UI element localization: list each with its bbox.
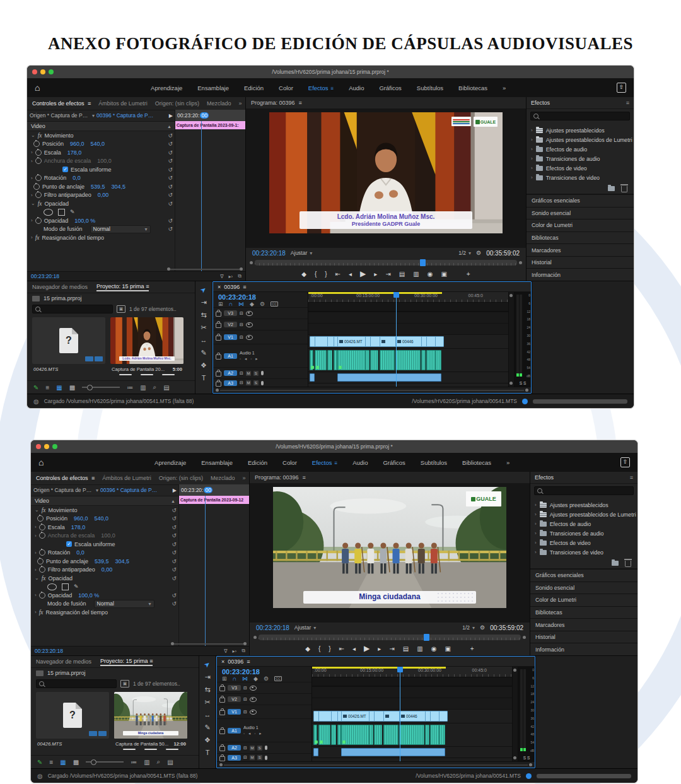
track-target-a1[interactable]: A1 [224,353,237,359]
lock-icon[interactable] [216,372,221,377]
snap-icon[interactable]: ∩ [233,676,236,682]
mini-playhead[interactable] [205,496,206,647]
timeline-playhead[interactable] [396,292,397,387]
mini-timeline-scrollbar[interactable] [167,267,243,271]
slip-tool-icon[interactable]: ↔ [201,337,207,344]
workspace-tab-color[interactable]: Color [275,459,305,466]
audio-clip[interactable] [399,725,424,745]
audio-clip[interactable] [365,350,370,370]
settings-wrench-icon[interactable]: ⚙ [480,624,485,631]
scroll-handle-right[interactable] [519,261,522,264]
list-view-icon[interactable]: ≡ [49,759,53,766]
param-value[interactable]: 540,0 [95,515,109,522]
blend-mode-select[interactable]: Normal▾ [90,225,151,233]
timeline-ruler[interactable]: :00:0000:15:00:0000:30:00:0000:45:0 [308,292,508,303]
panel-tab-mezclado[interactable]: Mezclado [211,475,235,481]
video-clip[interactable] [380,336,397,347]
workspace-tab-efectos[interactable]: Efectos≡ [305,459,345,466]
tab-bibliotecas[interactable]: Bibliotecas [527,231,634,244]
audio-clip[interactable] [380,350,395,370]
workspace-tab-subtitulos[interactable]: Subtítulos [413,459,455,466]
media-item-capture[interactable]: Minga ciudadana Captura de Pantalla 50..… [114,692,187,755]
step-forward-icon[interactable]: ▸ [378,645,381,652]
audio-clip[interactable] [310,350,314,370]
track-output-icon[interactable] [246,335,253,340]
go-to-out-icon[interactable]: ⇥ [385,271,390,278]
panel-tabs-overflow[interactable]: » [242,475,245,481]
lock-icon[interactable] [219,686,225,691]
go-to-in-icon[interactable]: ⇤ [339,645,344,652]
type-tool-icon[interactable]: T [202,375,206,382]
bin-icon[interactable]: ▣ [120,680,129,687]
solo-button[interactable]: S [257,755,262,760]
new-bin-icon[interactable] [612,561,619,566]
chevron-right-icon[interactable]: › [535,521,537,527]
collapse-icon[interactable]: ▲ [171,499,175,503]
chevron-right-icon[interactable]: › [531,127,533,133]
source-patch-icon[interactable]: ⊟ [243,755,247,760]
media-item-offline[interactable]: ? 00426.MTS [32,317,105,380]
effects-bin-efectos-de-video[interactable]: ›Efectos de video [530,538,637,547]
twirl-icon[interactable]: › [31,192,33,198]
track-lane-v1[interactable]: 00426.MT00446 [312,709,512,723]
track-lane-a2[interactable] [308,372,508,383]
timeline-tab[interactable]: × 00396 ≡ [217,657,535,667]
tab-marcadores[interactable]: Marcadores [530,618,637,631]
track-output-icon[interactable] [246,311,253,316]
play-icon[interactable]: ▶ [360,269,366,278]
track-target-v1[interactable]: V1 [228,709,241,715]
fit-select[interactable]: Ajustar▾ [294,624,316,631]
reset-icon[interactable]: ↺ [172,549,177,556]
solo-buttons[interactable]: S S [515,381,531,385]
solo-button[interactable]: S [253,380,259,385]
project-search-input[interactable] [32,305,113,313]
param-value[interactable]: 304,5 [112,184,126,190]
project-search-input[interactable] [36,679,117,688]
audio-clip[interactable] [421,350,426,370]
chevron-right-icon[interactable]: › [531,156,533,161]
tab-historial[interactable]: Historial [530,631,637,643]
audio-clip[interactable] [313,725,318,745]
voiceover-mic-icon[interactable] [261,381,264,385]
panel-tab-ambitos-de-lumetri[interactable]: Ámbitos de Lumetri [102,475,151,481]
nest-icon[interactable]: ⊞ [218,301,223,307]
pen-mask-icon[interactable]: ✎ [74,583,79,590]
reset-icon[interactable]: ↺ [172,515,177,522]
reset-icon[interactable]: ↺ [168,141,173,147]
stopwatch-icon[interactable] [39,532,45,539]
ellipse-mask-icon[interactable] [44,209,53,216]
icon-view-icon[interactable]: ▦ [60,759,66,766]
param-value[interactable]: 539,5 [95,558,109,565]
mark-out-icon[interactable]: } [329,645,330,652]
tab-bibliotecas[interactable]: Bibliotecas [530,606,637,619]
stopwatch-icon[interactable] [33,184,40,190]
track-target-a3[interactable]: A3 [228,755,241,761]
panel-tab-mezclado[interactable]: Mezclado [207,100,231,107]
track-lane-v2[interactable] [312,698,512,709]
effect-controls-timecode[interactable]: 00:23:20:18 [35,648,219,654]
program-timecode[interactable]: 00:23:20:18 [256,624,289,631]
button-editor-icon[interactable]: + [470,645,474,652]
twirl-icon[interactable]: ⌄ [31,201,35,206]
solo-buttons[interactable]: S S [518,756,535,760]
project-file-row[interactable]: 15 prima.prproj [27,293,195,303]
checkbox-checked-icon[interactable]: ✓ [66,541,72,547]
new-bin-icon[interactable]: ▤ [167,759,173,766]
source-patch-icon[interactable]: ⊟ [243,746,247,751]
reset-icon[interactable]: ↺ [168,192,173,198]
home-icon[interactable]: ⌂ [38,458,44,467]
chevron-right-icon[interactable]: › [535,512,537,517]
effects-bin-ajustes-preestablecidos-de-lumetri[interactable]: ›Ajustes preestablecidos de Lumetri [530,510,637,519]
track-target-a1[interactable]: A1 [228,728,241,734]
lock-icon[interactable] [216,312,221,317]
workspace-tab-aprendizaje[interactable]: Aprendizaje [147,459,194,466]
track-lane-a3[interactable] [312,758,512,761]
track-header-v1[interactable]: V1⊟ [213,330,308,344]
chevron-right-icon[interactable]: › [535,549,537,555]
tab-graficos-esenciales[interactable]: Gráficos esenciales [527,194,634,207]
mute-button[interactable]: M [250,746,255,751]
keyframe-nav-icons[interactable]: ◦ ◂ ◦ ▸ [243,731,263,736]
track-lane-v1[interactable]: 00426.MT00446 [308,334,508,348]
solo-button[interactable]: S [253,371,259,376]
play-around-icon[interactable]: ▶ [173,488,177,493]
